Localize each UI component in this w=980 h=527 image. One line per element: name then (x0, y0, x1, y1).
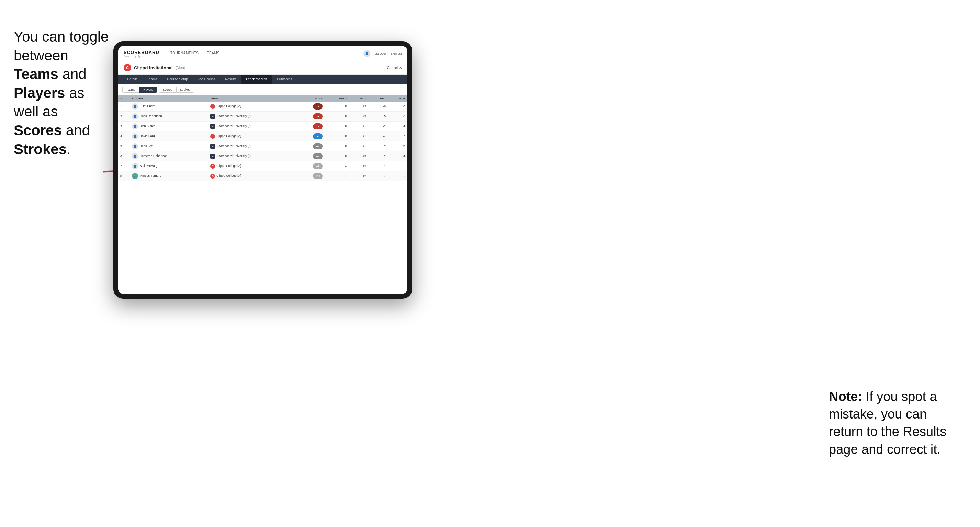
user-icon: 👤 (363, 50, 370, 57)
cell-total: -4 (298, 111, 325, 122)
cell-team: CClippd College [A] (208, 161, 298, 171)
cell-player: 👤Rich Butler (130, 122, 208, 132)
cell-thru: F (325, 122, 348, 132)
cell-rd2: E (368, 141, 388, 151)
nav-teams[interactable]: TEAMS (203, 46, 224, 61)
score-badge: +6 (313, 153, 323, 159)
cell-rd3: +2 (388, 171, 407, 181)
score-badge: +1 (313, 143, 323, 149)
toggle-scores[interactable]: Scores (159, 87, 176, 93)
cell-rd3: -1 (388, 122, 407, 132)
team-logo: S (210, 144, 215, 149)
cell-rd3: E (388, 141, 407, 151)
cell-rd1: -5 (348, 111, 368, 122)
table-row: 8🏌Marcus TurnersCClippd College [A]+11F+… (118, 171, 407, 181)
tab-nav: Details Teams Course Setup Tee Groups Re… (118, 75, 407, 84)
cell-rd2: +1 (368, 161, 388, 171)
table-row: 5👤Rees BrittSScoreboard University [A]+1… (118, 141, 407, 151)
user-name: Test User | (373, 52, 388, 55)
user-area: 👤 Test User | Sign out (363, 50, 402, 57)
tab-leaderboards[interactable]: Leaderboards (241, 75, 272, 84)
cell-rd2: -6 (368, 102, 388, 111)
cell-thru: F (325, 102, 348, 111)
cell-rd2: -2 (368, 122, 388, 132)
cell-team: SScoreboard University [A] (208, 122, 298, 132)
close-icon: ✕ (399, 66, 402, 70)
logo-text: SCOREBOARD (124, 50, 159, 55)
cell-total: +1 (298, 141, 325, 151)
player-name: Rees Britt (140, 144, 154, 148)
logo-sub: Powered by clippd (124, 55, 159, 57)
tournament-gender: (Men) (175, 65, 186, 70)
table-row: 7👤Blair McHargCClippd College [A]+9F+2+1… (118, 161, 407, 171)
cancel-button[interactable]: Cancel ✕ (387, 66, 402, 70)
player-avatar: 👤 (132, 103, 138, 110)
score-type-toggle-group: Scores Strokes (159, 87, 194, 93)
cell-player: 🏌Marcus Turners (130, 171, 208, 181)
team-logo: C (210, 134, 215, 139)
cell-player: 👤Cameron Robertson (130, 151, 208, 161)
cell-rd1: +3 (348, 102, 368, 111)
cell-rank: 2 (118, 111, 130, 122)
cell-team: SScoreboard University [A] (208, 111, 298, 122)
table-row: 1👤Elliot EbertCClippd College [A]-8F+3-6… (118, 102, 407, 111)
cell-rd2: +2 (368, 151, 388, 161)
cell-thru: F (325, 161, 348, 171)
team-name: Scoreboard University [A] (216, 124, 251, 128)
table-row: 6👤Cameron RobertsonSScoreboard Universit… (118, 151, 407, 161)
player-name: Cameron Robertson (140, 154, 168, 157)
nav-tournaments[interactable]: TOURNAMENTS (166, 46, 203, 61)
tablet-screen: SCOREBOARD Powered by clippd TOURNAMENTS… (118, 46, 407, 294)
cell-rd3: +6 (388, 161, 407, 171)
player-name: Rich Butler (140, 124, 155, 128)
players-table: # PLAYER TEAM TOTAL THRU RD1 RD2 RD3 1👤E… (118, 95, 407, 181)
tab-details[interactable]: Details (122, 75, 143, 84)
cell-rank: 6 (118, 151, 130, 161)
cell-player: 👤David Ford (130, 132, 208, 141)
nav-links: TOURNAMENTS TEAMS (166, 46, 363, 61)
cell-team: CClippd College [A] (208, 171, 298, 181)
cell-rd2: +7 (368, 171, 388, 181)
score-badge: -8 (313, 103, 323, 110)
sub-toggle-bar: Teams Players Scores Strokes (118, 84, 407, 95)
leaderboard-table: # PLAYER TEAM TOTAL THRU RD1 RD2 RD3 1👤E… (118, 95, 407, 294)
score-badge: +9 (313, 163, 323, 169)
team-name: Clippd College [A] (216, 134, 241, 138)
team-logo: S (210, 154, 215, 159)
table-body: 1👤Elliot EbertCClippd College [A]-8F+3-6… (118, 102, 407, 181)
cell-rd3: -1 (388, 151, 407, 161)
table-row: 4👤David FordCClippd College [A]EF+1-4+3 (118, 132, 407, 141)
table-row: 2👤Chris RobertsonSScoreboard University … (118, 111, 407, 122)
toggle-strokes[interactable]: Strokes (176, 87, 194, 93)
cell-rank: 1 (118, 102, 130, 111)
score-badge: E (313, 133, 323, 140)
player-name: David Ford (140, 134, 155, 138)
tablet-frame: SCOREBOARD Powered by clippd TOURNAMENTS… (113, 41, 412, 299)
logo-area: SCOREBOARD Powered by clippd (124, 50, 159, 57)
cell-thru: F (325, 171, 348, 181)
tab-course-setup[interactable]: Course Setup (162, 75, 193, 84)
table-row: 3👤Rich ButlerSScoreboard University [A]-… (118, 122, 407, 132)
cell-team: CClippd College [A] (208, 102, 298, 111)
player-avatar: 👤 (132, 133, 138, 140)
team-logo: S (210, 114, 215, 119)
player-avatar: 👤 (132, 123, 138, 129)
col-rd1: RD1 (348, 95, 368, 102)
tab-tee-groups[interactable]: Tee Groups (193, 75, 220, 84)
tab-teams[interactable]: Teams (143, 75, 162, 84)
cell-rd3: -5 (388, 102, 407, 111)
player-name: Elliot Ebert (140, 104, 155, 108)
sign-out-link[interactable]: Sign out (391, 52, 402, 55)
toggle-players[interactable]: Players (139, 87, 157, 93)
team-name: Scoreboard University [A] (216, 114, 251, 118)
col-rank: # (118, 95, 130, 102)
toggle-teams[interactable]: Teams (122, 87, 139, 93)
cell-thru: F (325, 141, 348, 151)
tab-results[interactable]: Results (220, 75, 241, 84)
score-badge: +11 (313, 173, 323, 179)
cell-thru: F (325, 111, 348, 122)
cell-total: +9 (298, 161, 325, 171)
cell-rd2: -4 (368, 132, 388, 141)
tab-printables[interactable]: Printables (272, 75, 297, 84)
cell-rank: 5 (118, 141, 130, 151)
